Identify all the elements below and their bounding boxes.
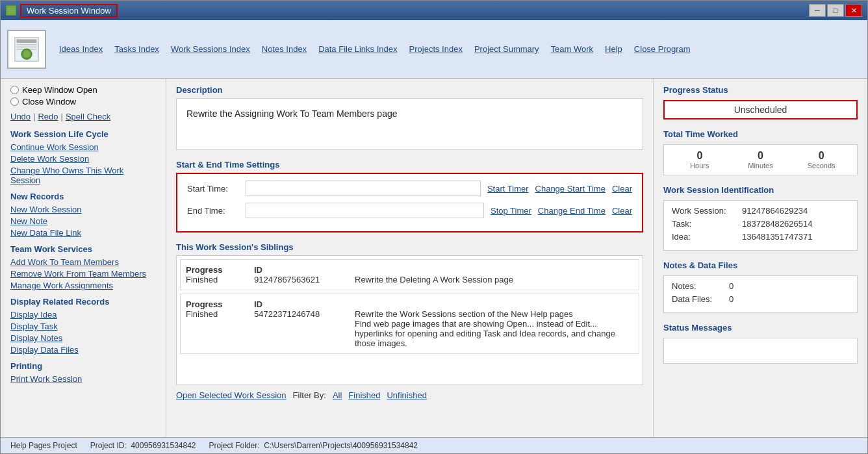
sibling-grid-2: Progress ID: [186, 299, 633, 309]
task-id-value: 183728482626514: [742, 219, 812, 229]
notes-files-section: Notes & Data Files Notes: 0 Data Files: …: [663, 260, 858, 313]
menu-item-projects-index[interactable]: Projects Index: [409, 44, 463, 54]
menu-item-tasks-index[interactable]: Tasks Index: [114, 44, 159, 54]
window-title: Work Session Window: [20, 4, 118, 18]
menu-item-help[interactable]: Help: [605, 44, 622, 54]
end-clear-button[interactable]: Clear: [612, 206, 632, 216]
delete-work-session-link[interactable]: Delete Work Session: [10, 154, 156, 164]
time-settings-box: Start Time: Start Timer Change Start Tim…: [176, 173, 643, 233]
project-id-text: Project ID: 400956931534842: [90, 441, 196, 450]
progress-status-section: Progress Status Unscheduled: [663, 85, 858, 120]
center-panel: Description Rewrite the Assigning Work T…: [166, 79, 653, 437]
start-clear-button[interactable]: Clear: [612, 184, 632, 194]
open-selected-session-link[interactable]: Open Selected Work Session: [176, 390, 287, 400]
menu-item-project-summary[interactable]: Project Summary: [474, 44, 539, 54]
sibling-1-id: 91247867563621: [254, 275, 351, 284]
svg-rect-5: [17, 44, 37, 45]
start-time-label: Start Time:: [187, 184, 239, 194]
redo-link[interactable]: Redo: [38, 112, 58, 121]
filter-finished-link[interactable]: Finished: [348, 390, 380, 400]
stop-timer-button[interactable]: Stop Timer: [491, 206, 531, 216]
identification-title: Work Session Identification: [663, 185, 858, 195]
new-data-file-link-link[interactable]: New Data File Link: [10, 228, 156, 238]
svg-rect-1: [8, 7, 14, 14]
start-timer-button[interactable]: Start Timer: [487, 184, 529, 194]
project-name: Help Pages Project: [10, 441, 77, 450]
sibling-2-id: 54722371246748: [254, 309, 351, 348]
minimize-button[interactable]: ─: [809, 4, 826, 17]
sibling-values-2: Finished 54722371246748 Rewrite the Work…: [186, 309, 633, 348]
display-idea-link[interactable]: Display Idea: [10, 310, 156, 320]
task-id-row: Task: 183728482626514: [672, 219, 849, 229]
start-time-input[interactable]: [246, 181, 481, 196]
printing-section-title: Printing: [10, 361, 156, 371]
menu-item-team-work[interactable]: Team Work: [551, 44, 594, 54]
manage-assignments-link[interactable]: Manage Work Assignments: [10, 281, 156, 290]
close-window-label: Close Window: [22, 97, 76, 107]
total-time-title: Total Time Worked: [663, 129, 858, 139]
progress-status-value: Unscheduled: [663, 100, 858, 120]
project-folder-label: Project Folder:: [209, 441, 260, 450]
sibling-1-id-header: ID: [254, 265, 351, 275]
menu-item-work-sessions-index[interactable]: Work Sessions Index: [171, 44, 250, 54]
minutes-value: 0: [730, 150, 791, 162]
sibling-item-2[interactable]: Progress ID Finished 54722371246748 Rewr…: [180, 294, 639, 354]
close-window-input[interactable]: [10, 97, 19, 106]
filter-all-link[interactable]: All: [333, 390, 342, 400]
sibling-2-progress-header: Progress: [186, 299, 251, 309]
sibling-2-desc-header: [355, 299, 633, 309]
new-note-link[interactable]: New Note: [10, 216, 156, 226]
keep-window-open-radio[interactable]: Keep Window Open: [10, 85, 156, 95]
notes-files-box: Notes: 0 Data Files: 0: [663, 275, 858, 313]
sibling-1-desc-header: [355, 265, 633, 275]
svg-rect-6: [17, 46, 37, 47]
new-work-session-link[interactable]: New Work Session: [10, 205, 156, 214]
close-button[interactable]: ✕: [845, 4, 862, 17]
lifecycle-section-title: Work Session Life Cycle: [10, 129, 156, 139]
continue-work-session-link[interactable]: Continue Work Session: [10, 142, 156, 152]
menu-item-data-file-links-index[interactable]: Data File Links Index: [318, 44, 397, 54]
undo-link[interactable]: Undo: [10, 112, 31, 121]
siblings-header: This Work Session's Siblings: [176, 242, 643, 252]
change-owner-link[interactable]: Change Who Owns This Work Session: [10, 166, 156, 185]
display-notes-link[interactable]: Display Notes: [10, 333, 156, 343]
end-time-row: End Time: Stop Timer Change End Time Cle…: [187, 203, 632, 218]
display-data-files-link[interactable]: Display Data Files: [10, 345, 156, 355]
maximize-button[interactable]: □: [827, 4, 844, 17]
menu-item-notes-index[interactable]: Notes Index: [262, 44, 307, 54]
hours-value: 0: [669, 150, 730, 162]
siblings-footer: Open Selected Work Session Filter By: Al…: [176, 390, 643, 400]
main-window: Work Session Window ─ □ ✕: [0, 0, 868, 454]
change-start-time-button[interactable]: Change Start Time: [535, 184, 606, 194]
print-work-session-link[interactable]: Print Work Session: [10, 374, 156, 384]
main-content: Keep Window Open Close Window Undo | Red…: [1, 79, 867, 437]
project-id-value: 400956931534842: [131, 441, 196, 450]
menu-item-close-program[interactable]: Close Program: [634, 44, 691, 54]
idea-id-row: Idea: 136481351747371: [672, 232, 849, 242]
sibling-item-1[interactable]: Progress ID Finished 91247867563621 Rewr…: [180, 259, 639, 290]
siblings-container[interactable]: Progress ID Finished 91247867563621 Rewr…: [176, 255, 643, 385]
display-task-link[interactable]: Display Task: [10, 322, 156, 331]
keep-open-input[interactable]: [10, 86, 19, 94]
spell-check-link[interactable]: Spell Check: [66, 112, 110, 121]
filter-unfinished-link[interactable]: Unfinished: [387, 390, 426, 400]
data-files-count-label: Data Files:: [672, 294, 724, 304]
project-id-label: Project ID:: [90, 441, 127, 450]
data-files-count-value: 0: [729, 294, 734, 304]
sibling-2-description: Rewrite the Work Sessions section of the…: [355, 309, 633, 348]
change-end-time-button[interactable]: Change End Time: [538, 206, 606, 216]
window-mode-group: Keep Window Open Close Window: [10, 85, 156, 107]
work-session-id-value: 91247864629234: [742, 206, 808, 216]
remove-work-from-team-link[interactable]: Remove Work From Team Members: [10, 269, 156, 279]
hours-label: Hours: [669, 162, 730, 170]
sibling-2-progress: Finished: [186, 309, 251, 348]
description-header: Description: [176, 85, 643, 95]
end-time-input[interactable]: [246, 203, 484, 218]
svg-point-9: [23, 50, 31, 57]
close-window-radio[interactable]: Close Window: [10, 97, 156, 107]
add-work-to-team-link[interactable]: Add Work To Team Members: [10, 257, 156, 267]
status-messages-section: Status Messages: [663, 323, 858, 364]
total-time-section: Total Time Worked 0 Hours 0 Minutes 0 Se…: [663, 129, 858, 175]
notes-files-title: Notes & Data Files: [663, 260, 858, 270]
menu-item-ideas-index[interactable]: Ideas Index: [59, 44, 103, 54]
